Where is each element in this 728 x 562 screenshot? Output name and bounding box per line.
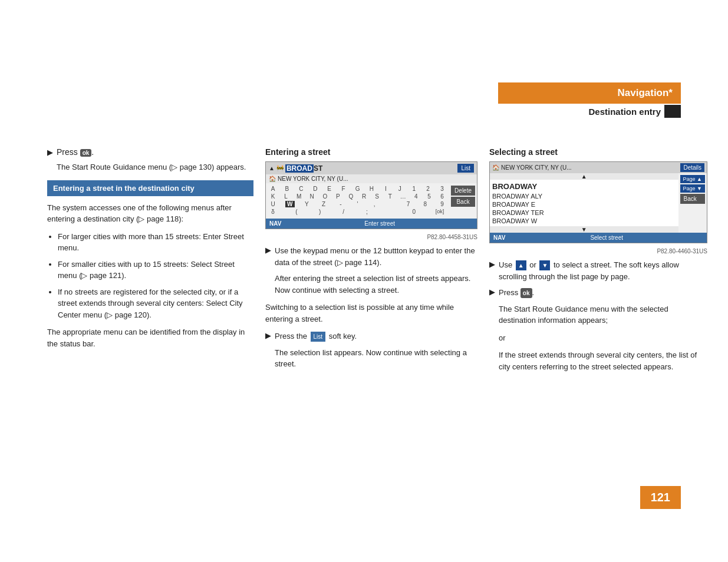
select-bottom-bar: NAV Select street bbox=[490, 233, 707, 243]
key-K[interactable]: K bbox=[268, 193, 278, 200]
dest-entry-text: Destination entry bbox=[588, 107, 661, 117]
key-A[interactable]: A bbox=[268, 186, 278, 192]
street-item-broadway[interactable]: BROADWAY bbox=[492, 181, 676, 192]
key-space1[interactable] bbox=[387, 201, 396, 207]
dest-entry-block bbox=[664, 105, 681, 118]
key-8[interactable]: 8 bbox=[420, 201, 430, 207]
screen-caption-select: P82.80-4460-31US bbox=[489, 248, 707, 254]
start-route-text: The Start Route Guidance menu (▷ page 13… bbox=[57, 161, 253, 173]
screen-st-text: ST bbox=[314, 164, 322, 173]
down-arrow-btn[interactable]: ▼ bbox=[539, 260, 550, 270]
key-D[interactable]: D bbox=[311, 186, 320, 192]
key-W-active[interactable]: W bbox=[285, 201, 295, 207]
key-5[interactable]: 5 bbox=[424, 193, 434, 200]
list-button[interactable]: List bbox=[457, 164, 474, 173]
key-apos[interactable]: ' bbox=[353, 201, 363, 207]
key-ok[interactable]: [ok] bbox=[433, 209, 447, 215]
ok-icon-2: ok bbox=[521, 288, 532, 298]
or-text: or bbox=[499, 332, 707, 344]
details-button[interactable]: Details bbox=[680, 163, 704, 172]
page-down-button[interactable]: Page ▼ bbox=[680, 184, 705, 193]
use-arrows-text: Use ▲ or ▼ to select a street. The soft … bbox=[499, 259, 707, 282]
key-ellipsis[interactable]: … bbox=[398, 193, 408, 200]
key-3[interactable]: 3 bbox=[437, 186, 447, 192]
press-ok-text: Press ok. bbox=[57, 147, 94, 157]
key-E[interactable]: E bbox=[325, 186, 334, 192]
select-city-text: NEW YORK CITY, NY (U... bbox=[501, 164, 680, 171]
key-G[interactable]: G bbox=[353, 186, 363, 192]
key-dash[interactable]: - bbox=[336, 201, 345, 207]
after-entering-text: After entering the street a selection li… bbox=[275, 273, 477, 296]
ok-button-icon: ok bbox=[80, 149, 92, 157]
selecting-street-heading: Selecting a street bbox=[489, 147, 707, 157]
use-arrows-bullet: ▶ Use ▲ or ▼ to select a street. The sof… bbox=[489, 259, 707, 282]
press-list-bullet: ▶ Press the List soft key. bbox=[265, 330, 477, 342]
key-0[interactable]: 0 bbox=[409, 209, 419, 215]
key-9[interactable]: 9 bbox=[437, 201, 447, 207]
key-U[interactable]: U bbox=[268, 201, 278, 207]
key-T[interactable]: T bbox=[386, 193, 395, 200]
key-S[interactable]: S bbox=[373, 193, 382, 200]
back-button-enter[interactable]: Back bbox=[451, 197, 475, 207]
key-semi[interactable]: ; bbox=[362, 209, 371, 215]
page-up-button[interactable]: Page ▲ bbox=[680, 175, 705, 183]
enter-street-screen: ▲ 🚧 BROAD ST List 🏠 NEW YORK CITY, NY (U… bbox=[265, 161, 477, 229]
press-ok-bullet-2: ▶ Press ok. bbox=[489, 287, 707, 299]
delete-button[interactable]: Delete bbox=[451, 186, 475, 196]
screen-city-row: NEW YORK CITY, NY (U... bbox=[278, 176, 348, 182]
key-L[interactable]: L bbox=[281, 193, 291, 200]
key-Q[interactable]: Q bbox=[346, 193, 355, 200]
key-O[interactable]: O bbox=[320, 193, 330, 200]
key-C[interactable]: C bbox=[297, 186, 306, 192]
key-J[interactable]: J bbox=[395, 186, 404, 192]
entering-street-heading: Entering a street bbox=[265, 147, 477, 157]
screen-broad-highlight: BROAD bbox=[285, 164, 314, 173]
use-keypad-text: Use the keypad menu or the 12 buttton ke… bbox=[275, 245, 477, 268]
press-list-text: Press the List soft key. bbox=[275, 330, 357, 342]
use-keypad-bullet: ▶ Use the keypad menu or the 12 buttton … bbox=[265, 245, 477, 268]
key-F[interactable]: F bbox=[339, 186, 348, 192]
key-2[interactable]: 2 bbox=[423, 186, 433, 192]
nav-title: Navigation* bbox=[498, 82, 681, 104]
key-lparen[interactable]: ( bbox=[292, 209, 301, 215]
key-M[interactable]: M bbox=[294, 193, 304, 200]
street-item-broadway-ter[interactable]: BROADWAY TER bbox=[492, 209, 676, 217]
street-item-broadway-aly[interactable]: BROADWAY ALY bbox=[492, 192, 676, 200]
select-street-label: Select street bbox=[510, 234, 703, 241]
up-arrow-btn[interactable]: ▲ bbox=[516, 260, 526, 270]
key-space2[interactable] bbox=[386, 209, 395, 215]
key-comma[interactable]: , bbox=[370, 201, 379, 207]
key-4[interactable]: 4 bbox=[411, 193, 421, 200]
key-rparen[interactable]: ) bbox=[315, 209, 325, 215]
screen-bottom-bar: NAV Enter street bbox=[266, 219, 477, 229]
list-item: If no streets are registered for the sel… bbox=[58, 286, 253, 321]
key-delta[interactable]: δ bbox=[268, 209, 278, 215]
arrow-icon-3: ▶ bbox=[265, 331, 271, 340]
key-slash[interactable]: / bbox=[339, 209, 348, 215]
key-Z[interactable]: Z bbox=[319, 201, 328, 207]
screen-icon-1: ▲ bbox=[269, 165, 275, 171]
arrow-icon: ▶ bbox=[47, 148, 53, 157]
key-R[interactable]: R bbox=[360, 193, 369, 200]
key-Y[interactable]: Y bbox=[302, 201, 311, 207]
body-text-1: The system accesses one of the following… bbox=[47, 202, 253, 225]
street-item-broadway-w[interactable]: BROADWAY W bbox=[492, 217, 676, 225]
key-P[interactable]: P bbox=[333, 193, 342, 200]
back-button-select[interactable]: Back bbox=[680, 194, 705, 204]
street-list: BROADWAY BROADWAY ALY BROADWAY E BROADWA… bbox=[490, 180, 678, 226]
arrow-icon-2: ▶ bbox=[265, 246, 271, 254]
page-number: 121 bbox=[640, 486, 681, 509]
header-bar: Navigation* Destination entry bbox=[498, 82, 681, 118]
key-7[interactable]: 7 bbox=[404, 201, 413, 207]
key-N[interactable]: N bbox=[307, 193, 317, 200]
key-1[interactable]: 1 bbox=[409, 186, 419, 192]
key-H[interactable]: H bbox=[367, 186, 376, 192]
list-soft-key[interactable]: List bbox=[311, 332, 326, 342]
key-6[interactable]: 6 bbox=[437, 193, 447, 200]
select-street-screen: 🏠 NEW YORK CITY, NY (U... Details ▲ BROA… bbox=[489, 161, 707, 243]
key-B[interactable]: B bbox=[282, 186, 292, 192]
street-item-broadway-e[interactable]: BROADWAY E bbox=[492, 200, 676, 209]
key-I[interactable]: I bbox=[381, 186, 390, 192]
page: Navigation* Destination entry ▶ Press ok… bbox=[0, 0, 728, 562]
press-ok-text-2: Press ok. bbox=[499, 287, 534, 299]
